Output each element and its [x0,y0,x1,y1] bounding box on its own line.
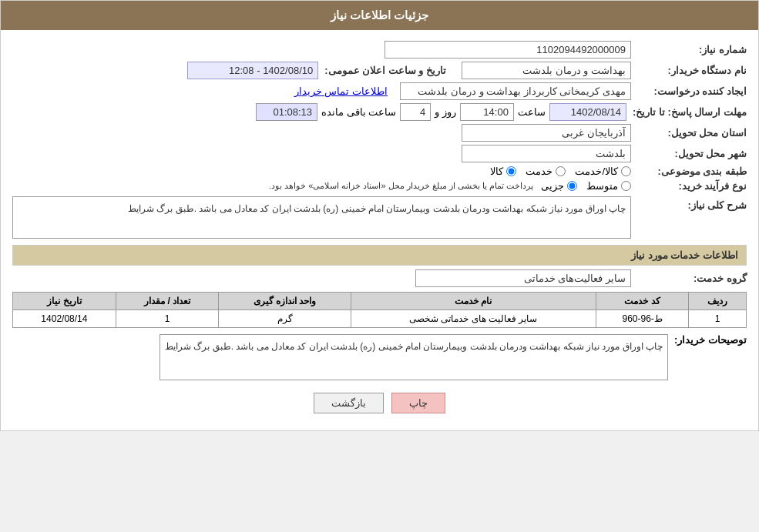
cell-date: 1402/08/14 [13,310,116,328]
service-group-value: سایر فعالیت‌های خدماتی [415,269,631,287]
cell-row: 1 [689,310,747,328]
city-label: شهر محل تحویل: [631,148,747,159]
buyer-desc-value: چاپ اوراق مورد نیاز شبکه بهداشت ودرمان ب… [160,334,668,380]
purchase-type-label: نوع فرآیند خرید: [631,180,747,192]
service-group-row: گروه خدمت: سایر فعالیت‌های خدماتی [12,269,747,287]
services-table: ردیف کد خدمت نام خدمت واحد اندازه گیری ت… [12,292,747,328]
col-name: نام خدمت [351,293,596,310]
category-option-kala[interactable]: کالا [490,166,516,177]
col-row: ردیف [689,293,747,310]
service-group-label: گروه خدمت: [631,273,747,284]
announcement-value: 1402/08/10 - 12:08 [187,62,318,79]
category-radio-kala-khedmat[interactable] [621,166,631,176]
creator-name: مهدی کریمخانی کاربرداز بهداشت و درمان بل… [400,82,631,100]
need-number-row: شماره نیاز: 1102094492000009 [12,41,747,59]
day-label: روز و [435,106,456,118]
deadline-time: 14:00 [460,103,514,121]
col-date: تاریخ نیاز [13,293,116,310]
buyer-desc-label: توصیحات خریدار: [668,334,747,346]
time-label: ساعت [518,106,546,118]
footer-buttons: چاپ بازگشت [12,383,747,423]
province-row: استان محل تحویل: آذربایجان غربی [12,124,747,142]
category-row: طبقه بندی موضوعی: کالا/خدمت خدمت کالا [12,166,747,177]
services-section-header: اطلاعات خدمات مورد نیاز [12,245,747,266]
deadline-label: مهلت ارسال پاسخ: تا تاریخ: [626,106,747,118]
back-button[interactable]: بازگشت [314,393,384,413]
purchase-type-radio-motavasset[interactable] [621,181,631,191]
purchase-type-row: نوع فرآیند خرید: متوسط جزیی پرداخت تمام … [12,180,747,192]
cell-code: ط-96-960 [596,310,688,328]
need-number-value: 1102094492000009 [385,41,631,59]
creator-link[interactable]: اطلاعات تماس خریدار [294,85,388,97]
page-wrapper: جزئیات اطلاعات نیاز شماره نیاز: 11020944… [0,0,759,431]
province-value: آذربایجان غربی [462,124,631,142]
page-title: جزئیات اطلاعات نیاز [331,8,428,22]
org-name-value: بهداشت و درمان بلدشت [462,62,631,79]
org-announcement-row: نام دستگاه خریدار: بهداشت و درمان بلدشت … [12,62,747,79]
purchase-type-radio-group: متوسط جزیی [541,180,631,192]
table-row: 1ط-96-960سایر فعالیت های خدماتی شخصیگرم1… [13,310,747,328]
col-code: کد خدمت [596,293,688,310]
purchase-type-radio-jozi[interactable] [567,181,577,191]
category-label-kala-khedmat: کالا/خدمت [575,166,618,177]
category-label: طبقه بندی موضوعی: [631,166,747,177]
description-value: چاپ اوراق مورد نیاز شبکه بهداشت ودرمان ب… [12,196,631,239]
description-label: شرح کلی نیاز: [631,196,747,211]
deadline-days: 4 [400,103,431,121]
org-name-label: نام دستگاه خریدار: [631,65,747,76]
purchase-type-motavasset[interactable]: متوسط [586,180,631,192]
remaining-label: ساعت باقی مانده [321,106,396,118]
category-radio-khedmat[interactable] [556,166,566,176]
description-row: شرح کلی نیاز: چاپ اوراق مورد نیاز شبکه ب… [12,196,747,239]
category-radio-group: کالا/خدمت خدمت کالا [490,166,631,177]
print-button[interactable]: چاپ [391,393,445,413]
page-header: جزئیات اطلاعات نیاز [1,1,758,30]
city-row: شهر محل تحویل: بلدشت [12,145,747,162]
creator-row: ایجاد کننده درخواست: مهدی کریمخانی کاربر… [12,82,747,100]
deadline-row: مهلت ارسال پاسخ: تا تاریخ: 1402/08/14 سا… [12,103,747,121]
cell-quantity: 1 [116,310,219,328]
cell-unit: گرم [219,310,351,328]
services-table-section: ردیف کد خدمت نام خدمت واحد اندازه گیری ت… [12,292,747,328]
deadline-date: 1402/08/14 [549,103,626,121]
need-number-label: شماره نیاز: [631,44,747,55]
main-content: شماره نیاز: 1102094492000009 نام دستگاه … [1,30,758,430]
creator-label: ایجاد کننده درخواست: [631,85,747,97]
col-qty: تعداد / مقدار [116,293,219,310]
category-label-kala: کالا [490,166,503,177]
cell-name: سایر فعالیت های خدماتی شخصی [351,310,596,328]
table-header-row: ردیف کد خدمت نام خدمت واحد اندازه گیری ت… [13,293,747,310]
category-label-khedmat: خدمت [526,166,552,177]
remaining-time: 01:08:13 [256,103,317,121]
purchase-type-label-motavasset: متوسط [586,180,618,192]
category-option-kala-khedmat[interactable]: کالا/خدمت [575,166,631,177]
announcement-label: تاریخ و ساعت اعلان عمومی: [318,65,446,76]
category-radio-kala[interactable] [506,166,516,176]
buyer-desc-row: توصیحات خریدار: چاپ اوراق مورد نیاز شبکه… [12,334,747,380]
purchase-type-jozi[interactable]: جزیی [541,180,577,192]
city-value: بلدشت [462,145,631,162]
col-unit: واحد اندازه گیری [219,293,351,310]
category-option-khedmat[interactable]: خدمت [526,166,566,177]
purchase-type-note: پرداخت تمام یا بخشی از مبلغ خریدار محل «… [269,181,533,191]
services-title: اطلاعات خدمات مورد نیاز [631,249,738,261]
province-label: استان محل تحویل: [631,127,747,139]
purchase-type-label-jozi: جزیی [541,180,564,192]
